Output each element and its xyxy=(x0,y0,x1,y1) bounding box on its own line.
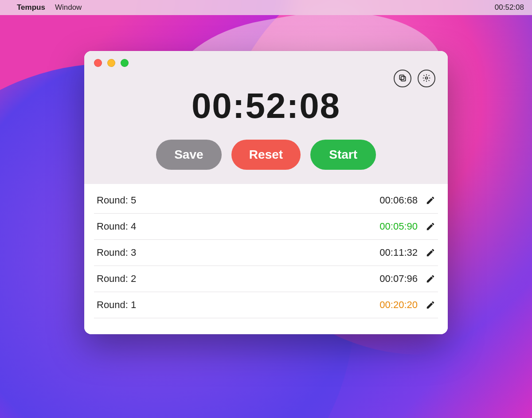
edit-round-button[interactable] xyxy=(426,222,435,231)
menubar-clock[interactable]: 00:52:08 xyxy=(495,3,524,12)
start-button[interactable]: Start xyxy=(310,140,376,170)
pencil-icon xyxy=(426,249,435,260)
save-button[interactable]: Save xyxy=(156,140,222,170)
round-row: Round: 400:05:90 xyxy=(94,214,438,240)
pencil-icon xyxy=(426,223,435,234)
traffic-lights xyxy=(94,59,438,67)
pencil-icon xyxy=(426,275,435,286)
reset-button[interactable]: Reset xyxy=(231,140,301,170)
round-row: Round: 300:11:32 xyxy=(94,240,438,266)
close-window-button[interactable] xyxy=(94,59,102,67)
round-label: Round: 2 xyxy=(97,273,136,285)
copy-icon xyxy=(398,74,407,84)
round-time: 00:06:68 xyxy=(379,195,418,206)
gear-icon xyxy=(422,74,431,84)
svg-rect-1 xyxy=(399,75,404,79)
minimize-window-button[interactable] xyxy=(107,59,115,67)
copy-button[interactable] xyxy=(394,70,411,87)
round-row: Round: 200:07:96 xyxy=(94,266,438,292)
round-label: Round: 4 xyxy=(97,221,136,232)
round-label: Round: 3 xyxy=(97,247,136,258)
app-menu[interactable]: Tempus xyxy=(17,3,45,12)
round-time: 00:05:90 xyxy=(379,221,418,232)
edit-round-button[interactable] xyxy=(426,274,435,284)
svg-point-2 xyxy=(426,77,428,79)
pencil-icon xyxy=(426,196,435,207)
rounds-list: Round: 500:06:68Round: 400:05:90Round: 3… xyxy=(84,184,448,334)
round-row: Round: 100:20:20 xyxy=(94,292,438,318)
round-label: Round: 1 xyxy=(97,299,136,311)
round-time: 00:07:96 xyxy=(379,273,418,285)
pencil-icon xyxy=(426,301,435,312)
menu-window[interactable]: Window xyxy=(55,3,82,12)
edit-round-button[interactable] xyxy=(426,195,435,205)
edit-round-button[interactable] xyxy=(426,300,435,310)
round-row: Round: 500:06:68 xyxy=(94,188,438,214)
menubar: Tempus Window 00:52:08 xyxy=(0,0,532,15)
window-header-area: 00:52:08 Save Reset Start xyxy=(84,51,448,184)
settings-button[interactable] xyxy=(418,70,435,87)
edit-round-button[interactable] xyxy=(426,248,435,258)
svg-rect-0 xyxy=(401,76,406,81)
round-time: 00:11:32 xyxy=(379,247,418,258)
timer-display: 00:52:08 xyxy=(94,86,438,126)
app-window: 00:52:08 Save Reset Start Round: 500:06:… xyxy=(84,51,448,334)
round-time: 00:20:20 xyxy=(379,299,418,311)
round-label: Round: 5 xyxy=(97,195,136,206)
fullscreen-window-button[interactable] xyxy=(121,59,129,67)
